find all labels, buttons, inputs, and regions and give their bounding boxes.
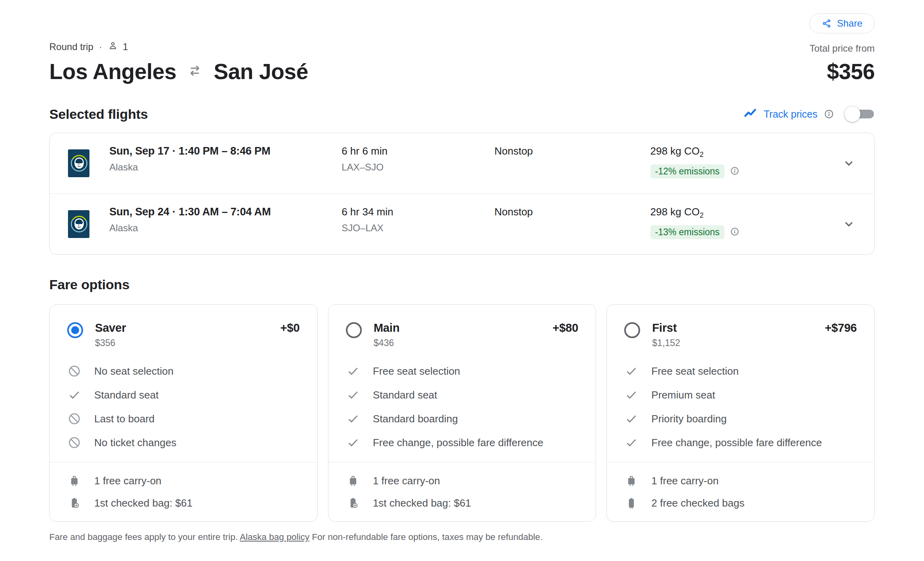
baggage-text: 1 free carry-on	[94, 475, 161, 487]
baggage-list: 1 free carry-on 1st checked bag: $61	[67, 474, 300, 509]
flight-main-cell: Sun, Sep 24 · 1:30 AM – 7:04 AM Alaska	[109, 205, 342, 243]
origin-city: Los Angeles	[49, 59, 176, 84]
fare-feature-text: Free seat selection	[373, 365, 460, 377]
fare-card-saver[interactable]: Saver $356 +$0 No seat selection Standar…	[49, 304, 318, 522]
fare-feature-text: Priority boarding	[651, 413, 726, 425]
fare-feature-text: Free change, possible fare difference	[373, 437, 544, 449]
fare-name: Saver	[95, 321, 126, 335]
check-icon	[67, 388, 82, 402]
total-price-value: $356	[809, 59, 875, 84]
passenger-icon	[108, 41, 118, 53]
fare-options-title: Fare options	[49, 277, 875, 292]
emissions-badge: -13% emissions	[650, 225, 724, 239]
flight-main-cell: Sun, Sep 17 · 1:40 PM – 8:46 PM Alaska	[109, 144, 342, 182]
check-icon	[624, 364, 639, 378]
fare-price: $356	[95, 338, 126, 348]
fare-feature-item: Free seat selection	[624, 364, 857, 378]
emissions-info-icon[interactable]	[730, 166, 740, 177]
carry-on-icon	[624, 474, 639, 487]
fare-feature-text: Free seat selection	[651, 365, 739, 377]
flight-duration: 6 hr 6 min	[342, 144, 494, 158]
fare-options-grid: Saver $356 +$0 No seat selection Standar…	[49, 304, 875, 522]
flight-booking-page: Share Round trip · 1 Los Angeles	[0, 0, 924, 542]
track-prices-info-icon[interactable]	[824, 109, 834, 119]
fare-feature-text: Standard boarding	[373, 413, 458, 425]
fare-feature-text: Premium seat	[651, 389, 715, 401]
fare-name-block: Saver $356	[95, 321, 126, 348]
flight-co2: 298 kg CO2	[650, 144, 831, 161]
swap-route-icon	[186, 59, 203, 84]
expand-flight-button[interactable]	[842, 156, 856, 170]
flight-emissions-cell: 298 kg CO2 -12% emissions	[650, 144, 831, 182]
airline-logo	[68, 205, 109, 243]
track-prices-toggle[interactable]	[844, 106, 875, 122]
baggage-item: 1 free carry-on	[67, 474, 300, 487]
flight-row[interactable]: Sun, Sep 24 · 1:30 AM – 7:04 AM Alaska 6…	[50, 193, 874, 254]
flight-stops: Nonstop	[494, 144, 650, 158]
total-price-label: Total price from	[809, 43, 875, 54]
share-label: Share	[837, 18, 862, 29]
baggage-item: 1st checked bag: $61	[346, 497, 578, 509]
header-right: Total price from $356	[809, 41, 875, 84]
fare-card-header: First $1,152 +$796	[624, 321, 857, 348]
carry-on-icon	[346, 474, 360, 487]
expand-flight-button[interactable]	[842, 217, 856, 231]
fare-feature-item: Standard seat	[346, 388, 578, 402]
baggage-text: 1 free carry-on	[373, 475, 440, 487]
price-graph-icon	[743, 106, 757, 122]
fare-name-block: First $1,152	[652, 321, 680, 348]
emissions-info-icon[interactable]	[730, 227, 740, 238]
fare-feature-item: Standard boarding	[346, 412, 578, 426]
page-title: Los Angeles San José	[49, 59, 308, 84]
not-included-icon	[67, 436, 82, 449]
fare-radio[interactable]	[67, 322, 83, 338]
emissions-badge: -12% emissions	[650, 164, 724, 178]
not-included-icon	[67, 364, 82, 378]
flight-route: SJO–LAX	[342, 222, 494, 234]
baggage-item: 1 free carry-on	[624, 474, 857, 487]
flight-duration-cell: 6 hr 6 min LAX–SJO	[342, 144, 494, 182]
baggage-text: 1st checked bag: $61	[373, 497, 471, 509]
baggage-item: 2 free checked bags	[624, 497, 857, 509]
dot-separator: ·	[98, 41, 103, 52]
flight-row[interactable]: Sun, Sep 17 · 1:40 PM – 8:46 PM Alaska 6…	[50, 133, 874, 193]
bag-policy-link[interactable]: Alaska bag policy	[240, 532, 309, 542]
card-divider	[328, 462, 596, 462]
destination-city: San José	[214, 59, 308, 84]
fare-feature-list: No seat selection Standard seat Last to …	[67, 364, 300, 449]
fare-feature-text: No ticket changes	[94, 437, 177, 449]
carry-on-icon	[67, 474, 82, 487]
disclaimer-text-before: Fare and baggage fees apply to your enti…	[49, 532, 240, 542]
flight-datetime: Sun, Sep 17 · 1:40 PM – 8:46 PM	[109, 144, 342, 158]
card-divider	[50, 462, 317, 462]
fare-radio[interactable]	[624, 322, 640, 338]
flight-stops: Nonstop	[494, 205, 650, 219]
check-icon	[346, 436, 360, 449]
check-icon	[346, 364, 360, 378]
fare-feature-item: No ticket changes	[67, 436, 300, 449]
check-icon	[624, 436, 639, 449]
fare-card-main[interactable]: Main $436 +$80 Free seat selection Stand…	[328, 304, 596, 522]
not-included-icon	[67, 412, 82, 426]
card-divider	[607, 462, 874, 462]
airline-logo	[68, 144, 109, 182]
fare-radio[interactable]	[346, 322, 362, 338]
baggage-text: 1st checked bag: $61	[94, 497, 192, 509]
share-button[interactable]: Share	[809, 14, 875, 33]
bag-icon	[624, 497, 639, 509]
baggage-text: 1 free carry-on	[651, 475, 718, 487]
bag-add-icon	[67, 497, 82, 509]
fare-feature-text: Standard seat	[94, 389, 159, 401]
flight-stops-cell: Nonstop	[494, 205, 650, 243]
fare-feature-item: Priority boarding	[624, 412, 857, 426]
fare-disclaimer: Fare and baggage fees apply to your enti…	[49, 532, 875, 542]
fare-name: First	[652, 321, 680, 335]
fare-card-first[interactable]: First $1,152 +$796 Free seat selection P…	[606, 304, 875, 522]
bag-add-icon	[346, 497, 360, 509]
fare-name: Main	[374, 321, 400, 335]
flight-route: LAX–SJO	[342, 162, 494, 173]
fare-feature-text: Last to board	[94, 413, 155, 425]
baggage-item: 1st checked bag: $61	[67, 497, 300, 509]
flight-duration-cell: 6 hr 34 min SJO–LAX	[342, 205, 494, 243]
fare-feature-item: Free change, possible fare difference	[346, 436, 578, 449]
